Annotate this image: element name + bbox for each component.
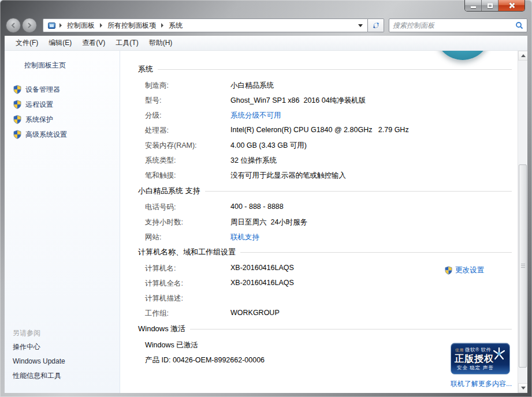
row-value: 32 位操作系统: [230, 156, 277, 166]
section-divider: [240, 252, 512, 253]
badge-line2: 正版授权: [455, 353, 494, 365]
menu-tools[interactable]: 工具(T): [110, 36, 143, 50]
learn-more-online-link[interactable]: 联机了解更多内容...: [451, 379, 511, 389]
vertical-scrollbar[interactable]: [518, 51, 527, 393]
uac-shield-icon: [13, 115, 22, 124]
breadcrumb-separator-icon: [100, 23, 102, 28]
rating-unavailable-link[interactable]: 系统分级不可用: [230, 111, 281, 121]
sidebar-item-windows-update[interactable]: Windows Update: [5, 354, 120, 369]
row-label: 计算机全名:: [145, 279, 230, 289]
section-title: 系统: [138, 64, 153, 74]
sidebar-item-label: 设备管理器: [25, 85, 60, 95]
section-support: 小白精品系统 支持 电话号码:400 - 888 - 8888 支持小时数:周日…: [120, 186, 512, 242]
change-settings-link[interactable]: 更改设置: [444, 265, 484, 275]
scroll-down-button[interactable]: [518, 383, 527, 393]
back-arrow-icon: [10, 23, 16, 28]
search-input[interactable]: [393, 21, 515, 29]
row-value: Intel(R) Celeron(R) CPU G1840 @ 2.80GHz …: [230, 126, 409, 136]
scrollbar-grip-icon: [521, 264, 525, 268]
genuine-badge-area: 使用微软® 软件 正版授权 安全 稳定 声誉: [451, 343, 511, 389]
minimize-icon: [471, 6, 476, 8]
windows-logo-partial: [435, 51, 490, 60]
breadcrumb-item-control-panel[interactable]: 控制面板: [64, 19, 98, 32]
sidebar-item-label: 系统保护: [25, 115, 53, 125]
row-value: 4.00 GB (3.43 GB 可用): [230, 141, 307, 151]
info-row: 制造商:小白精品系统: [145, 81, 512, 91]
row-value: 没有可用于此显示器的笔或触控输入: [230, 171, 346, 181]
row-label: 制造商:: [145, 81, 230, 91]
section-title: 小白精品系统 支持: [138, 186, 200, 196]
menu-edit[interactable]: 编辑(E): [43, 36, 77, 50]
minimize-button[interactable]: [465, 0, 482, 11]
info-row: 处理器:Intel(R) Celeron(R) CPU G1840 @ 2.80…: [145, 126, 512, 136]
info-row: 笔和触摸:没有可用于此显示器的笔或触控输入: [145, 171, 512, 181]
section-system: 系统 制造商:小白精品系统 型号:Ghost_Win7 SP1 x86 2016…: [120, 65, 512, 181]
menu-view[interactable]: 查看(V): [77, 36, 110, 50]
row-label: 计算机名:: [145, 264, 230, 274]
search-icon[interactable]: [515, 21, 523, 29]
scroll-up-button[interactable]: [518, 51, 527, 61]
sidebar-item-device-manager[interactable]: 设备管理器: [5, 82, 120, 97]
maximize-icon: [488, 3, 493, 8]
breadcrumb-item-all-items[interactable]: 所有控制面板项: [104, 19, 159, 32]
sidebar-item-remote-settings[interactable]: 远程设置: [5, 97, 120, 112]
uac-shield-icon: [13, 130, 22, 139]
caption-button-group: [464, 0, 525, 12]
section-divider: [190, 329, 512, 329]
row-value: XB-20160416LAQS: [230, 264, 294, 274]
refresh-button[interactable]: [368, 18, 384, 32]
row-label: 安装内存(RAM):: [145, 141, 230, 151]
row-label: 分级:: [145, 111, 230, 121]
sidebar-item-performance-tools[interactable]: 性能信息和工具: [5, 369, 120, 383]
system-page-icon: [48, 23, 55, 29]
breadcrumb-item-system[interactable]: 系统: [165, 19, 186, 32]
row-value: 周日至周六 24小时服务: [230, 218, 307, 227]
row-label: 系统类型:: [145, 156, 230, 166]
info-row: 型号:Ghost_Win7 SP1 x86 2016 04纯净装机版: [145, 96, 512, 106]
uac-shield-icon: [13, 85, 22, 94]
row-value: Ghost_Win7 SP1 x86 2016 04纯净装机版: [230, 96, 366, 106]
uac-shield-icon: [13, 100, 22, 109]
sidebar-item-action-center[interactable]: 操作中心: [5, 340, 120, 354]
breadcrumb[interactable]: 控制面板 所有控制面板项 系统: [43, 18, 368, 32]
back-button[interactable]: [6, 18, 21, 33]
row-label: 型号:: [145, 96, 230, 106]
sidebar-item-system-protection[interactable]: 系统保护: [5, 112, 120, 127]
sidebar-task-list: 设备管理器 远程设置 系统保护: [5, 82, 120, 142]
row-value: WORKGROUP: [230, 309, 280, 319]
genuine-star-icon: [492, 346, 507, 361]
scrollbar-thumb[interactable]: [519, 164, 527, 368]
address-dropdown-icon[interactable]: [358, 24, 363, 27]
info-row: 电话号码:400 - 888 - 8888: [145, 203, 512, 212]
info-row: 计算机描述:: [145, 294, 512, 304]
info-row: 分级:系统分级不可用: [145, 111, 512, 121]
breadcrumb-separator-icon: [161, 23, 163, 28]
menu-file[interactable]: 文件(F): [10, 36, 43, 50]
row-label: 工作组:: [145, 309, 230, 319]
breadcrumb-separator-icon: [59, 23, 62, 28]
row-label: 支持小时数:: [145, 218, 230, 227]
row-value: 小白精品系统: [230, 81, 274, 91]
maximize-button[interactable]: [482, 0, 498, 11]
forward-button[interactable]: [22, 18, 37, 33]
sidebar: 控制面板主页 设备管理器: [5, 51, 120, 393]
genuine-microsoft-badge[interactable]: 使用微软® 软件 正版授权 安全 稳定 声誉: [451, 343, 510, 374]
refresh-icon: [372, 21, 380, 29]
info-row: 工作组:WORKGROUP: [145, 309, 512, 319]
product-id: 产品 ID: 00426-OEM-8992662-00006: [145, 355, 265, 365]
close-icon: [508, 2, 515, 9]
sidebar-item-control-panel-home[interactable]: 控制面板主页: [5, 59, 120, 72]
address-bar: 控制面板 所有控制面板项 系统: [5, 16, 527, 35]
info-row: 安装内存(RAM):4.00 GB (3.43 GB 可用): [145, 141, 512, 151]
row-label: 网站:: [145, 233, 230, 242]
badge-line3: 安全 稳定 声誉: [457, 365, 494, 372]
sidebar-item-advanced-system-settings[interactable]: 高级系统设置: [5, 127, 120, 142]
forward-arrow-icon: [27, 23, 32, 28]
see-also-header: 另请参阅: [5, 327, 120, 340]
close-button[interactable]: [498, 0, 524, 11]
row-label: 处理器:: [145, 126, 230, 136]
online-support-link[interactable]: 联机支持: [230, 233, 259, 242]
search-box: [389, 18, 527, 32]
menu-help[interactable]: 帮助(H): [144, 36, 178, 50]
uac-shield-icon: [444, 266, 453, 275]
